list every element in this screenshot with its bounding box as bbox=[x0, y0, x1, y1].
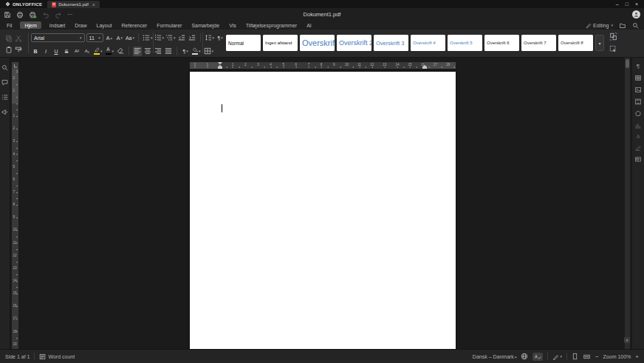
multilevel-list-dropdown[interactable]: ▾ bbox=[165, 33, 175, 43]
decrease-font-size-button[interactable]: A▾ bbox=[115, 33, 124, 43]
copy-icon[interactable] bbox=[5, 35, 13, 42]
redo-icon[interactable] bbox=[55, 11, 62, 18]
chart-settings-icon[interactable] bbox=[634, 122, 642, 129]
editing-mode-dropdown[interactable]: Editing ▾ bbox=[586, 22, 613, 28]
document-page[interactable] bbox=[190, 72, 456, 349]
maximize-button[interactable]: □ bbox=[626, 1, 628, 7]
menu-tab-samarbejde[interactable]: Samarbejde bbox=[190, 21, 221, 29]
increase-font-size-button[interactable]: A▴ bbox=[105, 33, 114, 43]
menu-tab-layout[interactable]: Layout bbox=[95, 21, 113, 29]
customize-quick-access-icon[interactable]: ··· bbox=[67, 12, 72, 17]
shading-dropdown[interactable]: ▾ bbox=[191, 47, 202, 56]
select-all-icon[interactable] bbox=[609, 45, 617, 53]
menu-tab-tilfojelsesprogrammer[interactable]: Tilføjelsesprogrammer bbox=[244, 21, 298, 29]
nonprinting-characters-dropdown[interactable]: ¶▾ bbox=[216, 33, 225, 43]
undo-icon[interactable] bbox=[42, 11, 49, 18]
signature-settings-icon[interactable] bbox=[634, 144, 642, 151]
change-case-dropdown[interactable]: Aa▾ bbox=[126, 33, 134, 43]
set-language-globe-icon[interactable] bbox=[521, 353, 528, 360]
shape-settings-icon[interactable] bbox=[634, 110, 642, 117]
headings-navigation-icon[interactable] bbox=[1, 94, 8, 101]
numbered-list-dropdown[interactable]: ▾ bbox=[154, 33, 164, 43]
minimize-button[interactable]: – bbox=[616, 1, 619, 7]
italic-button[interactable]: I bbox=[41, 47, 50, 56]
language-selector[interactable]: Dansk – Danmark▾ bbox=[473, 354, 517, 359]
form-settings-icon[interactable] bbox=[634, 156, 642, 163]
font-size-select[interactable]: 11▾ bbox=[86, 33, 103, 42]
menu-tab-vis[interactable]: Vis bbox=[227, 21, 238, 29]
menu-tab-formularer[interactable]: Formularer bbox=[155, 21, 183, 29]
style-chip-overskrift-3[interactable]: Overskrift 3 bbox=[374, 35, 408, 51]
style-chip-overskrift-8[interactable]: Overskrift 8 bbox=[558, 35, 593, 51]
menu-tab-fil[interactable]: Fil bbox=[5, 21, 13, 29]
bullet-list-dropdown[interactable]: ▾ bbox=[143, 33, 152, 43]
highlight-color-dropdown[interactable]: ▾ bbox=[93, 47, 103, 56]
table-settings-icon[interactable] bbox=[634, 75, 642, 81]
feedback-icon[interactable] bbox=[1, 109, 8, 115]
subscript-button[interactable]: A₂ bbox=[83, 47, 92, 56]
comments-panel-icon[interactable] bbox=[1, 79, 8, 86]
h-ruler[interactable]: 21123456789101112131415161718 bbox=[190, 62, 456, 69]
spell-check-toggle[interactable] bbox=[532, 353, 543, 361]
style-chip-ingen-afstand[interactable]: Ingen afstand bbox=[263, 35, 298, 51]
tab-stop-selector[interactable] bbox=[12, 62, 18, 69]
replace-icon[interactable] bbox=[609, 33, 617, 41]
underline-button[interactable]: U bbox=[52, 47, 61, 56]
paste-icon[interactable] bbox=[5, 46, 13, 53]
style-chip-overskrift-4[interactable]: Overskrift 4 bbox=[411, 35, 445, 51]
decrease-indent-button[interactable] bbox=[177, 33, 186, 43]
align-right-button[interactable] bbox=[154, 47, 162, 56]
superscript-button[interactable]: A² bbox=[72, 47, 81, 56]
align-left-button[interactable] bbox=[133, 47, 142, 56]
align-center-button[interactable] bbox=[143, 47, 152, 56]
close-button[interactable]: × bbox=[635, 1, 638, 7]
fit-width-icon[interactable] bbox=[583, 353, 591, 360]
scroll-down-button[interactable]: ▾ bbox=[624, 337, 630, 343]
bold-button[interactable]: B bbox=[31, 47, 40, 56]
search-icon[interactable] bbox=[632, 22, 639, 29]
style-chip-overskrift-6[interactable]: Overskrift 6 bbox=[484, 35, 519, 51]
header-footer-settings-icon[interactable] bbox=[634, 98, 642, 105]
image-settings-icon[interactable] bbox=[634, 86, 642, 93]
document-tab[interactable]: Dokument1.pdf × bbox=[47, 1, 100, 8]
justify-button[interactable] bbox=[164, 47, 173, 56]
menu-tab-indsaet[interactable]: Indsæt bbox=[48, 21, 66, 29]
avatar[interactable] bbox=[632, 10, 640, 18]
print-icon[interactable] bbox=[16, 11, 24, 18]
open-file-location-icon[interactable] bbox=[619, 22, 626, 29]
styles-gallery-expand-button[interactable]: ▾ bbox=[595, 35, 604, 51]
strikethrough-button[interactable]: S bbox=[62, 47, 71, 56]
menu-tab-hjem[interactable]: Hjem bbox=[20, 21, 41, 29]
page-indicator[interactable]: Side 1 af 1 bbox=[5, 354, 30, 359]
zoom-in-button[interactable]: + bbox=[635, 353, 639, 360]
quick-print-icon[interactable] bbox=[29, 11, 37, 18]
v-ruler[interactable]: 2112345678910111213141516171819 bbox=[12, 69, 18, 349]
style-chip-overskrift-1[interactable]: Overskrift 1 bbox=[300, 35, 335, 51]
font-name-select[interactable]: Arial▾ bbox=[31, 33, 85, 42]
paragraph-settings-icon[interactable]: ¶ bbox=[637, 64, 640, 69]
paragraph-marks-dropdown[interactable]: ¶▾ bbox=[181, 47, 190, 56]
text-art-settings-icon[interactable]: A bbox=[637, 134, 640, 139]
style-chip-overskrift-2[interactable]: Overskrift 2 bbox=[337, 35, 371, 51]
menu-tab-draw[interactable]: Draw bbox=[73, 21, 88, 29]
borders-dropdown[interactable]: ▾ bbox=[203, 47, 215, 56]
clear-style-icon[interactable] bbox=[116, 47, 125, 56]
fit-page-icon[interactable] bbox=[572, 353, 578, 360]
tab-close-icon[interactable]: × bbox=[92, 2, 95, 7]
increase-indent-button[interactable] bbox=[188, 33, 196, 43]
style-chip-overskrift-5[interactable]: Overskrift 5 bbox=[448, 35, 482, 51]
zoom-level[interactable]: Zoom 100% bbox=[603, 354, 631, 359]
style-chip-normal[interactable]: Normal bbox=[226, 35, 261, 51]
zoom-out-button[interactable]: − bbox=[595, 353, 599, 360]
save-icon[interactable] bbox=[4, 11, 11, 18]
cut-icon[interactable] bbox=[15, 35, 22, 42]
search-panel-icon[interactable] bbox=[1, 64, 8, 71]
vertical-scrollbar[interactable] bbox=[625, 58, 630, 349]
ink-tool-dropdown[interactable]: ▾ bbox=[552, 353, 562, 360]
menu-tab-referencer[interactable]: Referencer bbox=[120, 21, 149, 29]
scrollbar-thumb[interactable] bbox=[626, 59, 629, 68]
style-chip-overskrift-7[interactable]: Overskrift 7 bbox=[521, 35, 556, 51]
font-color-dropdown[interactable]: A▾ bbox=[105, 47, 115, 56]
copy-style-icon[interactable] bbox=[15, 46, 22, 53]
menu-tab-ai[interactable]: AI bbox=[305, 21, 313, 29]
